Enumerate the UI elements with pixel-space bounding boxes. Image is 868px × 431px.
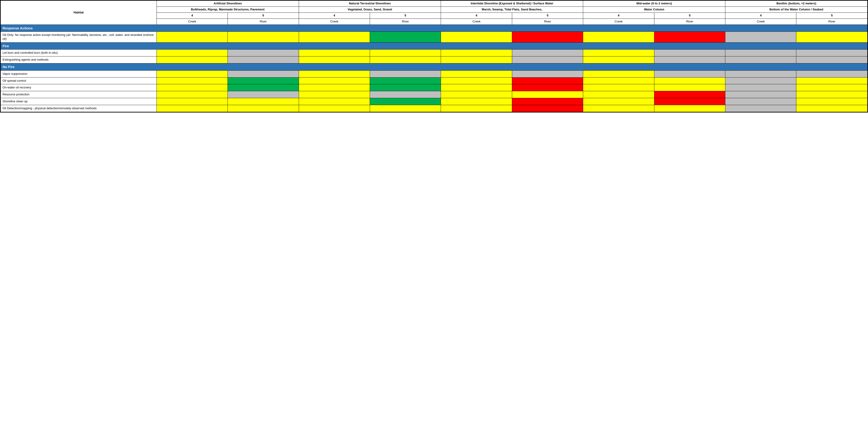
cell-2-4-3 [370,98,441,105]
row-label-2-0: Vapor suppression [1,70,157,77]
cell-2-1-0 [157,77,227,84]
cell-0-0-4 [441,32,512,42]
cell-2-1-6 [583,77,654,84]
cell-2-3-1 [228,91,299,98]
cell-2-4-6 [583,98,654,105]
midwater-subhabitat: Water Column [583,6,725,12]
cell-2-5-7 [654,105,725,112]
scenario-4d: 4 [583,12,654,19]
cell-2-2-4 [441,84,512,91]
transport-creek-2: Creek [299,19,370,25]
transport-creek-1: Creek [157,19,227,25]
artificial-shorelines-header: Artificial Shorelines [157,1,299,7]
row-label-2-3: Resource protection [1,91,157,98]
cell-2-3-6 [583,91,654,98]
cell-2-0-5 [512,70,583,77]
cell-1-0-8 [725,50,796,56]
table-row: Let burn and controlled burn (both in-si… [1,50,868,56]
cell-2-0-8 [725,70,796,77]
row-label-1-0: Let burn and controlled burn (both in-si… [1,50,157,56]
cell-2-3-4 [441,91,512,98]
cell-2-1-8 [725,77,796,84]
row-label-2-2: On-water oil recovery [1,84,157,91]
scenario-5a: 5 [228,12,299,19]
cell-0-0-7 [654,32,725,42]
table-row: Oil Detection/mapping - physical detecti… [1,105,868,112]
cell-2-2-2 [299,84,370,91]
cell-2-3-8 [725,91,796,98]
midwater-header: Mid-water (0 to 2 meters) [583,1,725,7]
row-label-1-1: Extinguishing agents and methods [1,56,157,63]
transport-creek-5: Creek [725,19,796,25]
intertidal-header: Intertidal Shoreline (Exposed & Sheltere… [441,1,583,7]
cell-1-0-2 [299,50,370,56]
transport-river-1: River [228,19,299,25]
cell-2-3-3 [370,91,441,98]
cell-0-0-2 [299,32,370,42]
cell-2-3-5 [512,91,583,98]
section-header-2: No Fire [1,63,868,70]
cell-2-5-8 [725,105,796,112]
table-row: Shoreline clean up [1,98,868,105]
cell-2-2-8 [725,84,796,91]
cell-0-0-8 [725,32,796,42]
cell-2-0-1 [228,70,299,77]
table-row: Oil spread control [1,77,868,84]
cell-2-4-0 [157,98,227,105]
habitat-header: Habitat [1,1,157,25]
section-header-1: Fire [1,42,868,50]
cell-2-5-5 [512,105,583,112]
cell-2-4-4 [441,98,512,105]
transport-river-2: River [370,19,441,25]
cell-2-3-0 [157,91,227,98]
row-label-2-5: Oil Detection/mapping - physical detecti… [1,105,157,112]
cell-1-0-1 [228,50,299,56]
transport-river-5: River [796,19,868,25]
cell-2-1-4 [441,77,512,84]
cell-2-1-9 [796,77,868,84]
cell-1-1-1 [228,56,299,63]
scenario-4b: 4 [299,12,370,19]
cell-2-0-4 [441,70,512,77]
cell-1-0-5 [512,50,583,56]
cell-1-1-6 [583,56,654,63]
cell-0-0-5 [512,32,583,42]
cell-1-0-4 [441,50,512,56]
cell-2-5-2 [299,105,370,112]
cell-1-0-9 [796,50,868,56]
cell-2-5-0 [157,105,227,112]
cell-2-2-1 [228,84,299,91]
cell-2-3-7 [654,91,725,98]
table-row: On-water oil recovery [1,84,868,91]
cell-0-0-6 [583,32,654,42]
cell-1-1-8 [725,56,796,63]
cell-2-0-9 [796,70,868,77]
cell-2-5-3 [370,105,441,112]
transport-river-4: River [654,19,725,25]
cell-1-0-0 [157,50,227,56]
artificial-subhabitat: Bulkheads, Riprap, Manmade Structures, P… [157,6,299,12]
table-row: Extinguishing agents and methods [1,56,868,63]
cell-1-0-6 [583,50,654,56]
cell-2-0-0 [157,70,227,77]
cell-0-0-3 [370,32,441,42]
cell-2-5-4 [441,105,512,112]
cell-1-0-3 [370,50,441,56]
cell-2-0-6 [583,70,654,77]
cell-2-0-7 [654,70,725,77]
cell-1-1-5 [512,56,583,63]
cell-2-2-0 [157,84,227,91]
cell-2-1-5 [512,77,583,84]
cell-2-5-1 [228,105,299,112]
cell-2-2-9 [796,84,868,91]
cell-1-0-7 [654,50,725,56]
cell-2-1-2 [299,77,370,84]
cell-1-1-2 [299,56,370,63]
cell-1-1-0 [157,56,227,63]
table-row: Resource protection [1,91,868,98]
scenario-5b: 5 [370,12,441,19]
cell-2-2-5 [512,84,583,91]
cell-2-5-6 [583,105,654,112]
scenario-5e: 5 [796,12,868,19]
cell-2-2-6 [583,84,654,91]
